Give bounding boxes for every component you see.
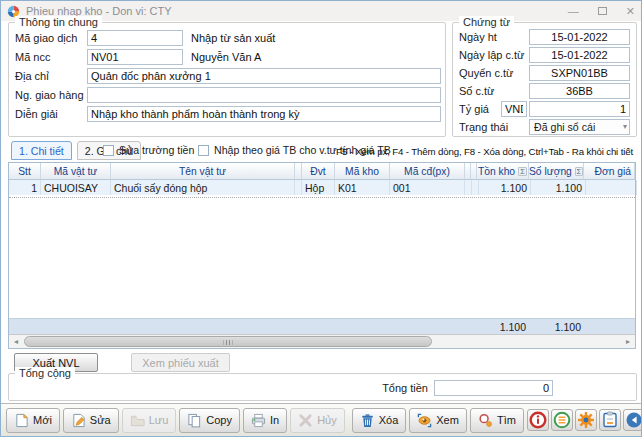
save-button: Lưu <box>122 408 177 433</box>
cell-don-gia[interactable] <box>586 180 637 195</box>
first-record-button[interactable] <box>623 409 642 431</box>
notes-button[interactable] <box>599 409 621 431</box>
col-header-ten-vat-tu[interactable]: Tên vật tư <box>111 163 295 180</box>
cancel-button: Hủy <box>290 408 345 433</box>
so-ctu-label: Số c.từ <box>459 85 529 97</box>
view-button[interactable]: Xem <box>409 408 467 433</box>
find-button[interactable]: Tìm <box>470 408 524 433</box>
trang-thai-value: Đã ghi sổ cái <box>534 121 621 133</box>
ng-giao-hang-field[interactable] <box>87 87 441 103</box>
delete-button[interactable]: Xóa <box>352 408 407 433</box>
horizontal-scrollbar[interactable]: ◂ ▸ <box>9 334 635 348</box>
cell-spacer1 <box>295 180 302 195</box>
table-row[interactable]: 1 CHUOISAY Chuối sấy đóng hộp Hộp K01 00… <box>9 180 635 195</box>
col-header-ma-vat-tu[interactable]: Mã vật tư <box>41 163 111 180</box>
ngay-ht-field[interactable] <box>529 29 630 45</box>
arrow-first-icon <box>625 411 642 429</box>
ma-giao-dich-label: Mã giao dịch <box>15 32 87 44</box>
edit-button[interactable]: Sửa <box>63 408 119 433</box>
quyen-ctu-label: Quyển c.từ <box>459 67 529 79</box>
grid-empty-area <box>9 198 635 318</box>
minimize-button[interactable]: — <box>568 6 579 17</box>
totals-group: Tổng cộng Tổng tiền <box>8 373 637 401</box>
copy-icon <box>187 413 202 428</box>
sua-truong-tien-label: Sửa trường tiền <box>119 144 194 156</box>
ma-ncc-label: Mã ncc <box>15 51 87 63</box>
new-document-icon <box>14 413 29 428</box>
cell-ton-kho[interactable]: 1.100 <box>479 180 531 195</box>
totals-legend: Tổng cộng <box>15 367 75 379</box>
ma-ncc-note: Nguyễn Văn A <box>191 51 261 63</box>
maximize-button[interactable] <box>598 7 607 15</box>
col-header-ma-cd-px[interactable]: Mã cđ(px) <box>390 163 465 180</box>
dien-giai-label: Diễn giải <box>15 108 87 120</box>
cell-ma-cd-px[interactable]: 001 <box>390 180 465 195</box>
dia-chi-field[interactable] <box>87 68 441 84</box>
summary-so-luong: 1.100 <box>529 319 584 334</box>
tong-tien-label: Tổng tiền <box>364 382 434 394</box>
col-header-so-luong[interactable]: Số lượng Σ <box>529 163 584 180</box>
list-button[interactable] <box>551 409 573 431</box>
close-button[interactable]: ✕ <box>626 6 635 17</box>
chevron-down-icon[interactable]: ▾ <box>621 122 627 131</box>
printer-icon <box>251 413 266 428</box>
col-header-ma-kho[interactable]: Mã kho <box>335 163 390 180</box>
xem-phieu-xuat-button: Xem phiếu xuất <box>131 353 230 372</box>
document-info-group: Chứng từ Ngày ht Ngày lập c.từ Quyển c.t… <box>452 22 637 137</box>
tong-tien-field[interactable] <box>434 380 553 396</box>
info-button[interactable] <box>527 409 549 431</box>
scroll-right-icon[interactable]: ▸ <box>621 335 635 348</box>
list-icon <box>553 411 571 429</box>
col-header-stt[interactable]: Stt <box>9 163 41 180</box>
so-ctu-field[interactable] <box>529 83 630 99</box>
cell-ten-vat-tu[interactable]: Chuối sấy đóng hộp <box>111 180 295 195</box>
general-info-legend: Thông tin chung <box>15 16 102 28</box>
clipboard-icon <box>601 411 619 429</box>
phieu-nhap-kho-window: Phieu nhap kho - Don vi: CTY — ✕ Thông t… <box>0 0 642 437</box>
ty-gia-field[interactable] <box>529 101 630 117</box>
eye-icon <box>417 413 432 428</box>
dien-giai-field[interactable] <box>87 106 441 122</box>
info-icon <box>529 411 547 429</box>
ngay-ht-label: Ngày ht <box>459 31 529 43</box>
nav-icon-group: ? <box>527 409 642 431</box>
cell-stt[interactable]: 1 <box>9 180 41 195</box>
cell-ma-vat-tu[interactable]: CHUOISAY <box>41 180 111 195</box>
summary-ton-kho: 1.100 <box>477 319 529 334</box>
nhap-theo-gia-tb-checkbox[interactable] <box>198 145 209 156</box>
col-header-don-gia[interactable]: Đơn giá <box>584 163 635 180</box>
ngay-lap-field[interactable] <box>529 47 630 63</box>
cancel-x-icon <box>298 413 313 428</box>
toolbar: Mới Sửa Lưu Copy <box>1 403 641 436</box>
new-button[interactable]: Mới <box>6 408 60 433</box>
scroll-left-icon[interactable]: ◂ <box>9 335 23 348</box>
sum-sigma-icon[interactable]: Σ <box>518 167 527 176</box>
ma-ncc-field[interactable] <box>87 49 183 65</box>
quyen-ctu-field[interactable] <box>529 65 630 81</box>
cell-dvt[interactable]: Hộp <box>302 180 335 195</box>
scrollbar-thumb[interactable] <box>24 336 432 347</box>
ty-gia-currency-field[interactable] <box>501 101 527 117</box>
sua-truong-tien-checkbox[interactable] <box>103 145 114 156</box>
search-icon <box>478 413 493 428</box>
ty-gia-label: Tỷ giá <box>459 103 501 115</box>
trash-icon <box>360 413 375 428</box>
ma-giao-dich-field[interactable] <box>87 30 183 46</box>
summary-don-gia <box>584 319 635 334</box>
copy-button[interactable]: Copy <box>179 408 240 433</box>
col-header-dvt[interactable]: Đvt <box>302 163 335 180</box>
scrollbar-grip <box>224 340 233 345</box>
col-header-ton-kho[interactable]: Tồn kho Σ <box>477 163 529 180</box>
print-button[interactable]: In <box>243 408 287 433</box>
gear-icon <box>577 411 595 429</box>
tab-strip: 1. Chi tiết 2. Ghi chú Sửa trường tiền N… <box>11 141 635 162</box>
document-info-legend: Chứng từ <box>459 16 514 28</box>
save-folder-icon <box>130 413 145 428</box>
cell-ma-kho[interactable]: K01 <box>335 180 390 195</box>
grid-header-row: Stt Mã vật tư Tên vật tư Đvt Mã kho Mã c… <box>9 163 635 180</box>
cell-so-luong[interactable]: 1.100 <box>531 180 586 195</box>
tab-chi-tiet[interactable]: 1. Chi tiết <box>11 141 72 160</box>
sum-sigma-icon[interactable]: Σ <box>575 167 583 176</box>
settings-button[interactable] <box>575 409 597 431</box>
trang-thai-dropdown[interactable]: Đã ghi sổ cái ▾ <box>529 119 630 135</box>
